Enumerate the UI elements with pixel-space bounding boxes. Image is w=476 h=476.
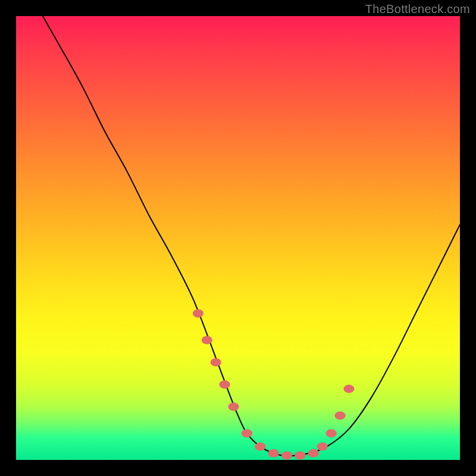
marker-point: [326, 429, 337, 437]
marker-point: [281, 452, 292, 460]
marker-group: [193, 309, 355, 460]
chart-stage: TheBottleneck.com: [0, 0, 476, 476]
marker-point: [193, 309, 203, 318]
curve-svg: [16, 16, 460, 460]
plot-area: [16, 16, 460, 460]
marker-point: [268, 449, 279, 458]
marker-point: [220, 380, 230, 389]
marker-point: [308, 449, 319, 458]
bottleneck-curve: [43, 16, 460, 456]
marker-point: [211, 358, 221, 367]
marker-point: [335, 411, 346, 419]
marker-point: [228, 403, 239, 411]
marker-point: [255, 443, 265, 451]
marker-point: [295, 452, 305, 460]
marker-point: [202, 336, 212, 345]
watermark-text: TheBottleneck.com: [365, 2, 470, 16]
marker-point: [343, 385, 354, 393]
marker-point: [317, 443, 328, 451]
marker-point: [242, 429, 252, 437]
